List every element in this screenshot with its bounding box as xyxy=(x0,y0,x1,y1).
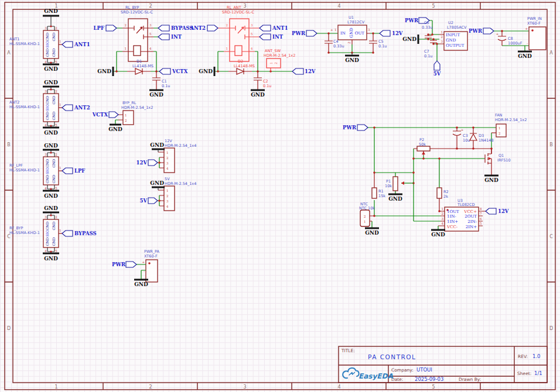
svg-text:2: 2 xyxy=(498,132,501,135)
svg-text:3: 3 xyxy=(368,28,370,32)
svg-text:PWR: PWR xyxy=(112,262,126,267)
netflag-bypass[interactable]: BYPASS xyxy=(62,231,97,236)
netflag-5v-u2[interactable]: 5V xyxy=(433,61,441,77)
svg-text:VCTX: VCTX xyxy=(172,68,188,74)
netflag-vctx-header[interactable]: VCTX xyxy=(92,112,118,118)
svg-text:2: 2 xyxy=(226,23,228,27)
svg-text:L7805ACV: L7805ACV xyxy=(447,25,467,30)
svg-text:RL_ANT: RL_ANT xyxy=(227,5,241,10)
gnd-p1[interactable]: GND xyxy=(388,194,402,202)
component-p2-potentiometer[interactable]: P2 50k xyxy=(417,137,430,156)
svg-text:3: 3 xyxy=(45,90,47,93)
svg-text:12V: 12V xyxy=(136,160,148,166)
component-q1-mosfet[interactable]: Q1 IRF510 xyxy=(485,149,511,176)
svg-text:0.33u: 0.33u xyxy=(422,25,433,30)
svg-text:2: 2 xyxy=(55,90,57,93)
netflag-pwr-fan[interactable]: PWR xyxy=(343,125,368,130)
netflag-lpf[interactable]: LPF xyxy=(62,168,85,174)
svg-text:L7812CV: L7812CV xyxy=(347,20,365,25)
netflag-pwr-u1[interactable]: PWR xyxy=(292,30,317,36)
gnd-flag-u2[interactable]: GND xyxy=(402,35,418,44)
svg-text:GND: GND xyxy=(44,143,58,149)
gnd-u1[interactable]: GND xyxy=(345,53,359,63)
component-r2-resistor[interactable]: R2 2k xyxy=(437,188,449,199)
netflag-12v-u1[interactable]: 12V xyxy=(380,30,403,36)
component-byp-rl-header[interactable]: BYP_RL HDR-M-2.54_1x2 1 2 xyxy=(118,101,153,125)
svg-text:GND: GND xyxy=(45,221,49,230)
component-d3-diode[interactable]: D3 1N4148 xyxy=(470,128,494,149)
svg-text:GND: GND xyxy=(365,230,379,236)
component-c1-capacitor[interactable]: C1 0.1u GND xyxy=(149,71,170,98)
component-c2-capacitor[interactable]: C2 0.1u GND xyxy=(251,71,271,98)
netflag-ant1-relay[interactable]: ANT1 xyxy=(259,25,288,31)
svg-text:HDR-M-2.54_1x2: HDR-M-2.54_1x2 xyxy=(264,53,295,58)
svg-text:1IN+: 1IN+ xyxy=(447,219,458,224)
svg-text:OUT: OUT xyxy=(355,31,365,36)
gnd-flag-rl-byp[interactable]: GND xyxy=(97,67,113,76)
component-c3-capacitor[interactable]: C3 10u + xyxy=(453,128,470,149)
svg-text:2: 2 xyxy=(441,35,443,39)
gnd-pwr-in[interactable]: GND xyxy=(518,51,532,59)
component-rl-byp-relay[interactable]: RL_BYP SRD-12VDC-SL-C 2 3 5 1 4 xyxy=(121,5,153,61)
svg-text:GND: GND xyxy=(44,256,58,262)
svg-text:2: 2 xyxy=(166,194,169,198)
date-label: Date: xyxy=(391,377,403,382)
sheet-value[interactable]: 1/1 xyxy=(534,370,542,376)
svg-text:GND: GND xyxy=(150,142,164,148)
svg-text:GND: GND xyxy=(44,8,58,14)
component-u3-opamp[interactable]: U3 TL082CD 1OUT 1IN- 1IN+ VCC- VCC+ 2OUT… xyxy=(438,198,486,231)
netflag-int-relay1[interactable]: INT xyxy=(158,34,182,40)
frame-row: A xyxy=(7,50,11,56)
netflag-ant2-relay[interactable]: ANT2 xyxy=(189,25,218,31)
netflag-pwr-pa[interactable]: PWR xyxy=(112,262,136,267)
component-u2-regulator[interactable]: U2 L7805ACV INPUT GND OUTPUT 1 2 3 xyxy=(439,20,467,50)
svg-text:3: 3 xyxy=(45,26,47,30)
gnd-flag-rl-ant[interactable]: GND xyxy=(199,67,214,76)
component-rl-ant-relay[interactable]: RL_ANT SRD-12VDC-SL-C 2 3 5 1 4 xyxy=(218,5,259,61)
company-value[interactable]: UTOUI xyxy=(416,367,432,373)
netflag-bypass-relay[interactable]: BYPASS xyxy=(158,25,193,31)
netflag-ant1[interactable]: ANT1 xyxy=(62,42,90,47)
component-p1-potentiometer[interactable]: P1 10k xyxy=(385,177,414,191)
component-fan-header[interactable]: FAN HDR-M-2.54_1x2 1 2 xyxy=(491,113,527,137)
netflag-ant2[interactable]: ANT2 xyxy=(62,105,90,111)
netflag-12v-u3[interactable]: 12V xyxy=(486,208,509,214)
gnd-byp-rl[interactable]: GND xyxy=(108,120,122,132)
svg-text:GND: GND xyxy=(97,68,111,74)
svg-text:R2: R2 xyxy=(443,190,449,194)
gnd-q1[interactable]: GND xyxy=(484,176,498,183)
netflag-lpf-relay[interactable]: LPF xyxy=(94,25,117,31)
netflag-vctx-relay[interactable]: VCTX xyxy=(159,68,188,74)
gnd-12v-header[interactable]: GND xyxy=(150,142,165,152)
component-ant2-connector[interactable]: ANT2 HL-SSMA-KHD-1 GND SIG GND GND GND 3… xyxy=(9,80,62,136)
netflag-pwr-u2-right[interactable]: PWR xyxy=(469,28,494,34)
component-r1-resistor[interactable]: R1 15k xyxy=(372,173,385,198)
svg-text:HDR-M-2.54_1x2: HDR-M-2.54_1x2 xyxy=(495,118,527,122)
component-pwr-in-connector[interactable]: PWR_IN XT60-F + - xyxy=(525,16,546,50)
svg-text:LPF: LPF xyxy=(94,25,104,31)
svg-text:0.1u: 0.1u xyxy=(378,44,387,49)
svg-text:8: 8 xyxy=(480,207,482,211)
netflag-5v-header[interactable]: 5V xyxy=(139,195,160,206)
rev-value[interactable]: 1.0 xyxy=(532,353,541,359)
component-c8-capacitor[interactable]: C8 1000uF + xyxy=(496,31,523,46)
component-rf-byp-connector[interactable]: RF_BYP HL-SSMA-KHD-1 GND SIG GND GND GND… xyxy=(9,205,62,262)
component-ant-sw-header[interactable]: ANT_SW HDR-M-2.54_1x2 1 2 xyxy=(264,49,295,71)
netflag-12v-header[interactable]: 12V xyxy=(136,157,161,168)
component-pwr-pa-connector[interactable]: PWR_PA XT60-F + - xyxy=(142,249,159,282)
component-c7-capacitor[interactable]: C7 0.1u xyxy=(424,39,437,59)
gnd-u3[interactable]: GND xyxy=(431,230,445,238)
netflag-12v-antsw[interactable]: 12V xyxy=(292,68,316,74)
gnd-ntc[interactable]: GND xyxy=(365,228,379,236)
schematic-title[interactable]: PA CONTROL xyxy=(368,353,416,360)
schematic-canvas[interactable]: 1 2 3 4 5 1 2 3 4 5 A B C D A B C D ANT1… xyxy=(0,0,560,392)
component-ntc-thermistor[interactable]: NTC NTC 10k 2 1 xyxy=(359,202,375,226)
svg-text:HDR-M-2.54_1x2: HDR-M-2.54_1x2 xyxy=(121,105,153,110)
component-ant1-connector[interactable]: ANT1 HL-SSMA-KHD-1 GND SIG GND GND GND 3… xyxy=(9,8,62,72)
gnd-5v-header[interactable]: GND xyxy=(150,180,165,190)
netflag-int-relay2[interactable]: INT xyxy=(259,34,284,40)
component-rf-lpf-connector[interactable]: RF_LPF HL-SSMA-KHD-1 GND SIG GND GND GND… xyxy=(9,143,62,199)
date-value[interactable]: 2025-09-03 xyxy=(415,376,443,382)
svg-text:GND: GND xyxy=(52,174,56,183)
rev-label: REV: xyxy=(518,354,528,359)
